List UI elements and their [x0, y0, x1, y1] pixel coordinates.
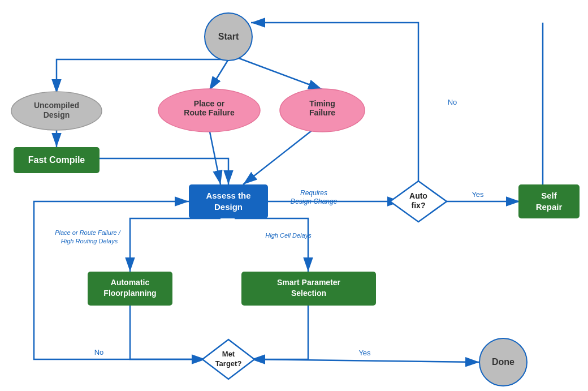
arrow-fastcompile-to-assess	[90, 158, 228, 184]
arrow-start-to-timing-fail	[237, 58, 322, 89]
label-requires-design-change2: Design Change	[291, 197, 338, 205]
flowchart-diagram: Requires Design Change Yes No Place or R…	[0, 0, 588, 391]
label-yes-met: Yes	[358, 349, 371, 357]
assess-design-node	[189, 184, 268, 218]
label-no-met: No	[94, 348, 104, 356]
label-place-route-delays1: Place or Route Failure /	[55, 229, 120, 236]
arrow-autofloor-to-mettarget	[130, 306, 206, 359]
done-label: Done	[492, 357, 514, 367]
assess-design-label2: Design	[214, 202, 243, 212]
self-repair-node	[518, 184, 580, 218]
arrow-start-to-uncompiled	[57, 59, 228, 93]
self-repair-label1: Self	[541, 191, 557, 200]
self-repair-label2: Repair	[536, 202, 563, 212]
auto-fix-label2: fix?	[412, 201, 426, 210]
auto-fix-label1: Auto	[409, 191, 427, 200]
label-no-top: No	[448, 98, 457, 106]
arrow-mettarget-yes-to-done	[251, 359, 479, 362]
fast-compile-label: Fast Compile	[28, 155, 85, 165]
place-route-fail-label1: Place or	[194, 99, 225, 108]
met-target-label1: Met	[222, 350, 235, 358]
arrow-assess-to-autofloor	[130, 218, 220, 272]
arrow-smartparam-to-mettarget	[251, 306, 308, 359]
arrow-timingfail-to-assess	[243, 129, 314, 184]
label-high-cell-delays: High Cell Delays	[265, 232, 312, 239]
place-route-fail-label2: Route Failure	[184, 108, 235, 117]
label-yes-autofix: Yes	[472, 190, 484, 199]
auto-floorplanning-label2: Floorplanning	[103, 289, 156, 298]
label-place-route-delays2: High Routing Delays	[61, 238, 118, 244]
smart-param-label2: Selection	[291, 289, 326, 298]
start-label: Start	[218, 32, 239, 41]
smart-param-label1: Smart Parameter	[277, 278, 341, 287]
uncompiled-label2: Design	[44, 110, 70, 119]
uncompiled-label1: Uncompiled	[34, 101, 79, 110]
auto-floorplanning-label1: Automatic	[111, 278, 150, 287]
met-target-label2: Target?	[215, 359, 242, 368]
arrow-assess-to-smartparam	[235, 218, 308, 272]
timing-fail-label1: Timing	[309, 99, 335, 108]
label-requires-design-change: Requires	[300, 189, 327, 197]
arrow-placefail-to-assess	[209, 129, 220, 184]
arrow-start-to-place-fail	[209, 59, 228, 91]
assess-design-label1: Assess the	[206, 191, 250, 200]
timing-fail-label2: Failure	[309, 108, 335, 117]
